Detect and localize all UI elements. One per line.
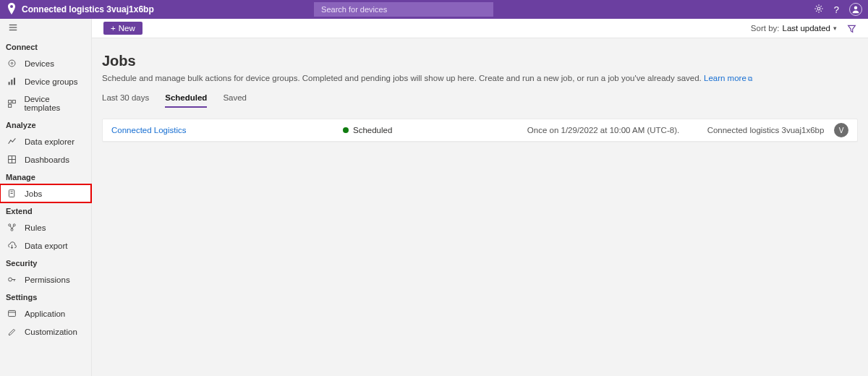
external-link-icon: ⧉ xyxy=(748,75,752,82)
job-schedule: Once on 1/29/2022 at 10:00 AM (UTC-8). xyxy=(502,126,705,134)
sidebar-group-extend: Extend xyxy=(0,202,91,218)
new-button[interactable]: + New xyxy=(103,22,142,35)
plus-icon: + xyxy=(111,24,116,33)
sort-by-label: Sort by: xyxy=(751,24,780,33)
app-title: Connected logistics 3vuaj1x6bp xyxy=(22,4,154,14)
svg-marker-25 xyxy=(848,25,856,32)
job-name-link[interactable]: Connected Logistics xyxy=(111,126,187,134)
svg-rect-12 xyxy=(9,104,12,107)
sidebar-item-rules[interactable]: Rules xyxy=(0,218,91,236)
cloud-export-icon xyxy=(7,241,17,250)
svg-point-1 xyxy=(854,7,858,10)
sidebar-item-data-export[interactable]: Data export xyxy=(0,236,91,255)
sidebar-group-connect: Connect xyxy=(0,38,91,54)
svg-point-22 xyxy=(9,278,12,281)
svg-point-5 xyxy=(9,60,15,67)
status-dot-icon xyxy=(343,127,349,133)
sidebar-item-customization[interactable]: Customization xyxy=(0,322,91,341)
sidebar-item-label: Customization xyxy=(25,328,77,336)
page-title: Jobs xyxy=(102,53,858,69)
svg-point-6 xyxy=(11,62,12,64)
sidebar-item-label: Rules xyxy=(25,223,46,232)
jobs-icon xyxy=(7,189,17,198)
sidebar: Connect Devices Device groups Device tem… xyxy=(0,19,92,376)
sort-by-value[interactable]: Last updated xyxy=(782,24,830,33)
sidebar-item-label: Device groups xyxy=(25,77,78,86)
help-icon[interactable]: ? xyxy=(834,4,839,15)
new-button-label: New xyxy=(119,24,135,33)
sidebar-item-devices[interactable]: Devices xyxy=(0,54,91,72)
sidebar-item-label: Permissions xyxy=(25,275,70,284)
tab-last-30-days[interactable]: Last 30 days xyxy=(102,93,149,108)
sidebar-item-label: Data export xyxy=(25,242,67,250)
tab-scheduled[interactable]: Scheduled xyxy=(165,93,207,108)
sidebar-item-label: Device templates xyxy=(24,95,85,112)
sidebar-item-label: Jobs xyxy=(25,189,42,198)
sidebar-item-data-explorer[interactable]: Data explorer xyxy=(0,132,91,150)
sidebar-item-label: Dashboards xyxy=(25,155,69,164)
tab-saved[interactable]: Saved xyxy=(223,93,247,108)
dashboard-icon xyxy=(7,155,17,164)
sidebar-item-dashboards[interactable]: Dashboards xyxy=(0,150,91,168)
account-icon[interactable] xyxy=(849,3,862,16)
svg-rect-10 xyxy=(9,100,12,103)
hamburger-icon[interactable] xyxy=(8,22,18,35)
search-input[interactable] xyxy=(314,2,493,17)
sidebar-group-security: Security xyxy=(0,255,91,270)
sidebar-item-device-groups[interactable]: Device groups xyxy=(0,72,91,90)
sidebar-item-jobs[interactable]: Jobs xyxy=(0,184,91,202)
job-status: Scheduled xyxy=(353,126,392,134)
customization-icon xyxy=(7,327,17,336)
line-chart-icon xyxy=(7,137,17,146)
job-org: Connected logistics 3vuaj1x6bp xyxy=(705,126,827,134)
sidebar-item-label: Data explorer xyxy=(25,137,75,146)
rules-icon xyxy=(7,223,17,232)
sidebar-group-manage: Manage xyxy=(0,168,91,184)
sidebar-item-label: Devices xyxy=(25,59,54,68)
sidebar-group-settings: Settings xyxy=(0,289,91,304)
sidebar-item-permissions[interactable]: Permissions xyxy=(0,270,91,289)
sidebar-group-analyze: Analyze xyxy=(0,116,91,132)
svg-rect-23 xyxy=(9,310,16,316)
key-icon xyxy=(7,275,17,284)
bar-chart-icon xyxy=(7,77,17,86)
learn-more-link[interactable]: Learn more xyxy=(704,74,746,82)
svg-rect-8 xyxy=(11,80,12,85)
svg-rect-9 xyxy=(14,78,15,85)
chevron-down-icon[interactable]: ▾ xyxy=(833,25,837,32)
sidebar-item-application[interactable]: Application xyxy=(0,304,91,322)
page-description: Schedule and manage bulk actions for dev… xyxy=(102,74,858,83)
sidebar-item-device-templates[interactable]: Device templates xyxy=(0,90,91,116)
svg-point-0 xyxy=(817,7,820,10)
owner-avatar: V xyxy=(834,123,848,137)
template-icon xyxy=(7,99,17,108)
svg-rect-11 xyxy=(12,100,15,103)
devices-icon xyxy=(7,59,17,68)
job-row[interactable]: Connected Logistics Scheduled Once on 1/… xyxy=(102,119,858,142)
application-icon xyxy=(7,309,17,318)
location-icon xyxy=(6,3,17,17)
settings-gear-icon[interactable] xyxy=(814,4,824,16)
sidebar-item-label: Application xyxy=(25,309,65,318)
svg-rect-7 xyxy=(9,82,10,85)
filter-icon[interactable] xyxy=(847,24,856,33)
